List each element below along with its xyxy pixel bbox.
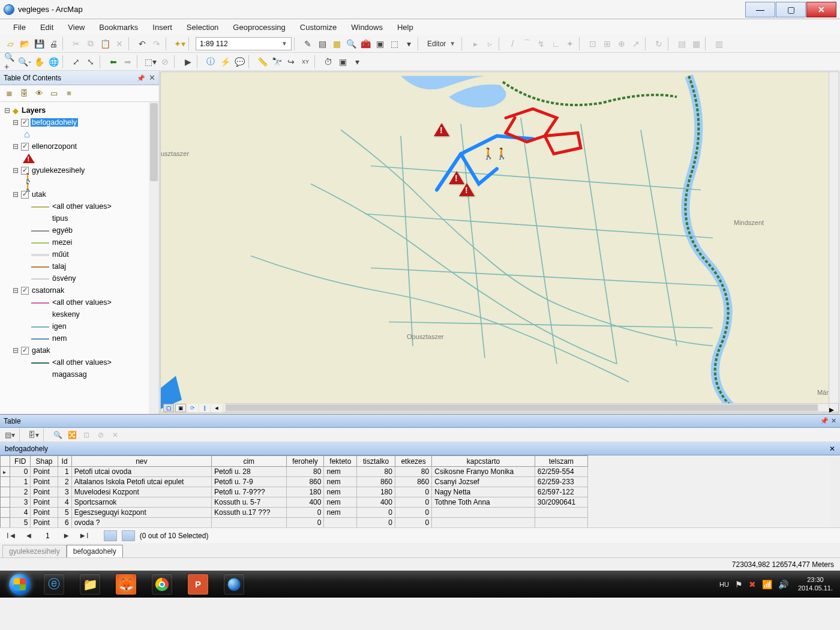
layout-view-tab[interactable]: ▣ xyxy=(175,404,186,412)
minimize-button[interactable]: — xyxy=(745,2,775,17)
toolbox-icon[interactable]: ▤ xyxy=(316,37,329,50)
prev-record-icon[interactable]: ◄ xyxy=(23,531,34,540)
menu-view[interactable]: View xyxy=(61,20,92,34)
menu-insert[interactable]: Insert xyxy=(145,20,179,34)
select-by-attr-icon[interactable]: 🔍 xyxy=(52,429,64,441)
print-icon[interactable]: 🖨 xyxy=(47,37,60,50)
menu-windows[interactable]: Windows xyxy=(344,20,390,34)
checkbox[interactable] xyxy=(21,347,29,355)
full-extent-icon[interactable]: 🌐 xyxy=(47,55,60,68)
menu-help[interactable]: Help xyxy=(390,20,421,34)
menu-bookmarks[interactable]: Bookmarks xyxy=(92,20,145,34)
time-slider-icon[interactable]: ⏱ xyxy=(322,55,335,68)
list-by-selection-icon[interactable]: ▭ xyxy=(47,87,61,100)
measure-icon[interactable]: 📏 xyxy=(256,55,269,68)
arctoolbox-icon[interactable]: 🧰 xyxy=(359,37,372,50)
taskbar-chrome[interactable] xyxy=(144,572,180,596)
table-close-icon[interactable]: ✕ xyxy=(831,417,836,425)
html-popup-icon[interactable]: 💬 xyxy=(233,55,246,68)
toc-tree[interactable]: ⊟◆Layers ⊟befogadohely ⌂ ⊟ellenorzopont … xyxy=(0,102,159,414)
delete-sel-icon[interactable]: ✕ xyxy=(109,429,121,441)
menu-edit[interactable]: Edit xyxy=(33,20,61,34)
menu-selection[interactable]: Selection xyxy=(179,20,226,34)
taskbar-powerpoint[interactable]: P xyxy=(180,572,216,596)
tray-flag-icon[interactable]: ⚑ xyxy=(735,580,743,589)
table-body[interactable]: FIDShapIdnevcimferohelyfektetotisztalkoe… xyxy=(0,455,840,527)
toc-root[interactable]: Layers xyxy=(20,106,47,115)
toc-close-icon[interactable]: ✕ xyxy=(149,73,155,82)
checkbox[interactable] xyxy=(21,191,29,199)
pin-icon[interactable]: 📌 xyxy=(137,74,145,82)
nav-left-icon[interactable]: ◄ xyxy=(211,404,222,412)
taskbar-explorer[interactable]: 📁 xyxy=(72,572,108,596)
pan-icon[interactable]: ✋ xyxy=(32,55,46,68)
toc-scrollbar[interactable] xyxy=(149,102,159,414)
list-by-drawing-icon[interactable]: ≣ xyxy=(2,87,16,100)
forward-icon[interactable]: ➡ xyxy=(121,55,134,68)
python-icon[interactable]: ▣ xyxy=(373,37,386,50)
switch-selection-icon[interactable]: 🔀 xyxy=(66,429,78,441)
goto-xy-icon[interactable]: XY xyxy=(299,55,312,68)
checkbox[interactable] xyxy=(21,143,29,151)
back-icon[interactable]: ⬅ xyxy=(107,55,120,68)
identify-icon[interactable]: ⓘ xyxy=(204,55,217,68)
options-icon[interactable]: ≡ xyxy=(62,87,76,100)
table-scrollbar[interactable] xyxy=(830,455,840,527)
show-selected-icon[interactable] xyxy=(122,530,135,541)
map-canvas[interactable]: usztaszer Opusztaszer Mindszent Mártély … xyxy=(160,71,839,413)
scale-input[interactable]: 1:89 112▼ xyxy=(196,37,292,50)
taskbar-ie[interactable]: ⓔ xyxy=(36,572,72,596)
select-elements-icon[interactable]: ▶ xyxy=(181,55,194,68)
record-number[interactable]: 1 xyxy=(39,532,56,540)
table-pin-icon[interactable]: 📌 xyxy=(820,417,829,425)
layer-gatak[interactable]: gatak xyxy=(31,346,52,355)
table-options-icon[interactable]: ▤▾ xyxy=(4,429,16,441)
fixed-zoom-out-icon[interactable]: ⤡ xyxy=(84,55,97,68)
redo-icon[interactable]: ↷ xyxy=(150,37,163,50)
hyperlink-icon[interactable]: ⚡ xyxy=(218,55,232,68)
viewer-icon[interactable]: ▣ xyxy=(336,55,349,68)
zoom-in-icon[interactable]: 🔍+ xyxy=(4,55,17,68)
menu-file[interactable]: File xyxy=(6,20,33,34)
find-route-icon[interactable]: ↪ xyxy=(284,55,298,68)
more-icon[interactable]: ▾ xyxy=(402,37,415,50)
paste-icon[interactable]: 📋 xyxy=(98,37,112,50)
lang-indicator[interactable]: HU xyxy=(719,581,729,588)
add-data-icon[interactable]: ✦▾ xyxy=(173,37,186,50)
nav-right-icon[interactable]: ▸ xyxy=(829,403,839,412)
undo-icon[interactable]: ↶ xyxy=(136,37,149,50)
clear-sel-icon[interactable]: ⊘ xyxy=(95,429,107,441)
show-all-icon[interactable] xyxy=(104,530,117,541)
list-by-source-icon[interactable]: 🗄 xyxy=(17,87,31,100)
checkbox[interactable] xyxy=(21,119,29,127)
layer-ellenorzopont[interactable]: ellenorzopont xyxy=(31,142,78,151)
tray-volume-icon[interactable]: 🔊 xyxy=(778,580,788,589)
map-scrollbar-horizontal[interactable] xyxy=(224,403,829,412)
delete-icon[interactable]: ✕ xyxy=(113,37,126,50)
tab-gyulekezesihely[interactable]: gyulekezesihely xyxy=(2,545,67,557)
editor-toolbar-icon[interactable]: ✎ xyxy=(301,37,314,50)
zoom-selected-icon[interactable]: ⊡ xyxy=(80,429,92,441)
search-window-icon[interactable]: 🔍 xyxy=(344,37,358,50)
new-icon[interactable]: ▱ xyxy=(4,37,17,50)
maximize-button[interactable]: ▢ xyxy=(776,2,806,17)
taskbar-firefox[interactable]: 🦊 xyxy=(108,572,144,596)
catalog-icon[interactable]: ▦ xyxy=(330,37,343,50)
clear-selection-icon[interactable]: ⊘ xyxy=(158,55,172,68)
editor-label[interactable]: Editor xyxy=(425,40,448,48)
more-tools-icon[interactable]: ▾ xyxy=(350,55,364,68)
table-tab-close-icon[interactable]: ✕ xyxy=(829,445,835,453)
menu-customize[interactable]: Customize xyxy=(293,20,344,34)
list-by-visibility-icon[interactable]: 👁 xyxy=(32,87,46,100)
close-button[interactable]: ✕ xyxy=(806,2,836,17)
menu-geoprocessing[interactable]: Geoprocessing xyxy=(226,20,292,34)
find-icon[interactable]: 🔭 xyxy=(270,55,283,68)
tray-clock[interactable]: 23:30 2014.05.11. xyxy=(794,576,836,593)
tray-network-icon[interactable]: 📶 xyxy=(762,580,772,589)
first-record-icon[interactable]: I◄ xyxy=(5,531,18,540)
next-record-icon[interactable]: ► xyxy=(61,531,72,540)
tab-befogadohely[interactable]: befogadohely xyxy=(67,545,123,557)
save-icon[interactable]: 💾 xyxy=(32,37,46,50)
attribute-table[interactable]: FIDShapIdnevcimferohelyfektetotisztalkoe… xyxy=(0,455,588,527)
data-view-tab[interactable]: ▢ xyxy=(163,404,174,412)
